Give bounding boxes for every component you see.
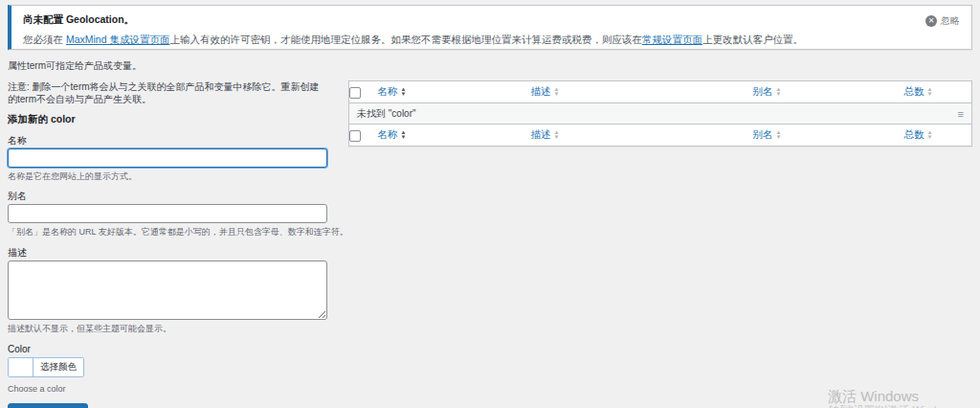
notice-body: 您必须在 MaxMind 集成设置页面上输入有效的许可密钥，才能使用地理定位服务… [23, 34, 885, 47]
dismiss-icon: ✕ [925, 15, 937, 27]
slug-input[interactable] [8, 204, 327, 223]
sort-by-count[interactable]: 总数▲▼ [904, 85, 933, 99]
sort-by-name[interactable]: 名称▲▼ [378, 85, 407, 99]
description-label: 描述 [8, 244, 327, 261]
color-label: Color [8, 341, 327, 357]
slug-hint: 「别名」是名称的 URL 友好版本。它通常都是小写的，并且只包含字母、数字和连字… [8, 227, 327, 238]
column-label-name: 名称 [378, 85, 398, 99]
table-header-row: 名称▲▼ 描述▲▼ 别名▲▼ 总数▲▼ [349, 81, 972, 103]
column-label-count: 总数 [904, 128, 924, 142]
sort-arrows-icon: ▲▼ [554, 87, 560, 96]
sort-by-description[interactable]: 描述▲▼ [531, 85, 560, 99]
sort-arrows-icon: ▲▼ [776, 87, 782, 96]
notice-title: 尚未配置 Geolocation。 [23, 13, 885, 27]
description-textarea[interactable] [8, 261, 327, 320]
geolocation-notice: 尚未配置 Geolocation。 您必须在 MaxMind 集成设置页面上输入… [8, 5, 972, 50]
select-color-button[interactable]: 选择颜色 [33, 358, 83, 376]
maxmind-settings-link[interactable]: MaxMind 集成设置页面 [66, 34, 170, 45]
table-footer: 名称▲▼ 描述▲▼ 别名▲▼ 总数▲▼ [349, 125, 972, 147]
name-input[interactable] [8, 148, 327, 168]
sort-arrows-icon: ▲▼ [401, 87, 407, 96]
column-label-slug: 别名 [753, 128, 773, 142]
sort-by-description[interactable]: 描述▲▼ [531, 128, 560, 142]
sort-arrows-icon: ▲▼ [776, 130, 782, 139]
color-swatch [9, 358, 33, 376]
general-settings-link[interactable]: 常规设置页面 [642, 34, 702, 45]
column-label-name: 名称 [378, 128, 398, 142]
dismiss-notice-button[interactable]: ✕ 忽略 [925, 14, 960, 27]
table-footer-row: 名称▲▼ 描述▲▼ 别名▲▼ 总数▲▼ [349, 125, 972, 147]
empty-results-row: 未找到 "color" ≡ [349, 103, 972, 125]
sort-by-name[interactable]: 名称▲▼ [378, 128, 407, 142]
sort-by-slug[interactable]: 别名▲▼ [753, 85, 782, 99]
sort-arrows-icon: ▲▼ [401, 130, 407, 139]
sort-by-count[interactable]: 总数▲▼ [904, 128, 933, 142]
add-term-submit-button[interactable]: 添加新的 color [8, 403, 88, 408]
sort-by-slug[interactable]: 别名▲▼ [753, 128, 782, 142]
sort-arrows-icon: ▲▼ [927, 87, 933, 96]
name-label: 名称 [8, 132, 327, 148]
column-label-description: 描述 [531, 128, 551, 142]
terms-table: 名称▲▼ 描述▲▼ 别名▲▼ 总数▲▼ 未找到 "color" ≡ 名称▲▼ 描… [348, 80, 972, 147]
notice-text-3: 上更改默认客户位置。 [702, 34, 803, 45]
dismiss-label: 忽略 [941, 14, 960, 27]
select-all-checkbox[interactable] [349, 87, 361, 99]
sort-arrows-icon: ▲▼ [927, 130, 933, 139]
windows-activation-watermark-line2: 转到“设置”以激活 Windows。 [829, 403, 966, 408]
attribute-intro-text: 属性term可指定给产品或变量。 [8, 59, 327, 72]
notice-text-2: 上输入有效的许可密钥，才能使用地理定位服务。如果您不需要根据地理位置来计算运费或… [169, 34, 642, 45]
notice-text-1: 您必须在 [23, 34, 66, 45]
add-term-panel: 属性term可指定给产品或变量。 注意: 删除一个term将会从与之关联的全部产… [8, 59, 327, 408]
name-hint: 名称是它在您网站上的显示方式。 [8, 171, 327, 183]
attribute-note-text: 注意: 删除一个term将会从与之关联的全部产品和变量中移除它。重新创建的ter… [8, 80, 327, 105]
column-label-slug: 别名 [753, 85, 773, 99]
description-hint: 描述默认不显示，但某些主题可能会显示。 [8, 324, 327, 335]
add-term-heading: 添加新的 color [8, 113, 327, 126]
table-header: 名称▲▼ 描述▲▼ 别名▲▼ 总数▲▼ [349, 81, 972, 103]
empty-results-message: 未找到 "color" [357, 108, 416, 119]
sort-arrows-icon: ▲▼ [554, 130, 560, 139]
color-picker[interactable]: 选择颜色 [8, 357, 84, 377]
select-all-checkbox[interactable] [349, 130, 361, 142]
slug-label: 别名 [8, 188, 327, 204]
column-label-count: 总数 [904, 85, 924, 99]
column-label-description: 描述 [531, 85, 551, 99]
color-hint: Choose a color [8, 384, 327, 396]
drag-handle-icon[interactable]: ≡ [958, 110, 964, 118]
